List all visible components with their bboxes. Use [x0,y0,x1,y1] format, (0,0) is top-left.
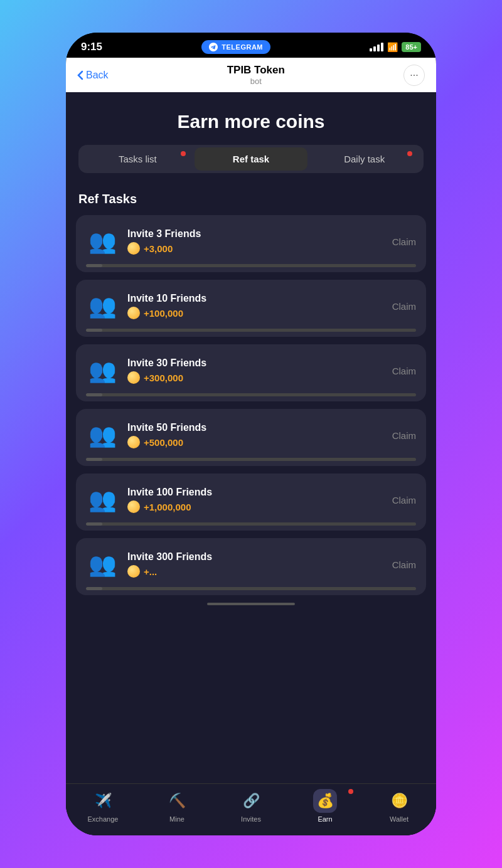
status-bar: 9:15 TELEGRAM 📶 85+ [66,33,436,58]
task-card-invite-3: 👥 Invite 3 Friends +3,000 Claim [76,215,426,272]
claim-button-invite-100[interactable]: Claim [392,495,416,505]
wallet-icon-wrap: 🪙 [387,789,411,813]
bottom-tab-mine[interactable]: ⛏️ Mine [140,789,214,823]
task-card-invite-10: 👥 Invite 10 Friends +100,000 Claim [76,280,426,337]
scroll-container[interactable]: Earn more coins Tasks list Ref task Dail… [66,92,436,835]
nav-subtitle: bot [227,77,285,86]
progress-fill-invite-50 [86,458,102,461]
task-name-invite-30: Invite 30 Friends [127,357,383,369]
exchange-icon-wrap: ✈️ [91,789,115,813]
invites-icon: 🔗 [243,793,260,809]
task-name-invite-100: Invite 100 Friends [127,487,383,498]
friends-group-icon-4: 👥 [88,422,117,448]
back-button[interactable]: Back [77,70,109,81]
task-info-invite-10: Invite 10 Friends +100,000 [127,293,383,319]
coin-icon [127,242,140,255]
claim-button-invite-3[interactable]: Claim [392,236,416,247]
hero-title: Earn more coins [66,92,436,145]
task-icon-invite-3: 👥 [86,225,119,258]
status-right: 📶 85+ [370,42,421,52]
task-icon-invite-10: 👥 [86,290,119,322]
task-reward-invite-30: +300,000 [127,371,383,384]
phone-frame: 9:15 TELEGRAM 📶 85+ Back TPI [66,33,436,835]
task-info-invite-100: Invite 100 Friends +1,000,000 [127,487,383,513]
bottom-tab-earn[interactable]: 💰 Earn [288,789,362,823]
progress-bar-invite-30 [86,393,416,396]
exchange-icon: ✈️ [95,793,112,809]
reward-amount-invite-10: +100,000 [144,308,183,319]
progress-fill-invite-3 [86,264,102,267]
tab-ref-task[interactable]: Ref task [195,147,308,171]
signal-bar-2 [373,46,376,51]
progress-fill-invite-300 [86,587,102,590]
back-chevron-icon [77,70,83,80]
task-info-invite-300: Invite 300 Friends +... [127,551,383,578]
friends-group-icon-3: 👥 [88,357,117,384]
coin-icon-5 [127,500,140,513]
task-icon-invite-30: 👥 [86,354,119,387]
bottom-tab-wallet[interactable]: 🪙 Wallet [362,789,436,823]
daily-task-dot [407,151,412,156]
telegram-icon [209,43,218,51]
battery-indicator: 85+ [402,42,421,52]
bottom-tab-invites[interactable]: 🔗 Invites [214,789,288,823]
tasks-list-dot [181,151,186,156]
task-icon-invite-300: 👥 [86,548,119,581]
task-reward-invite-300: +... [127,565,383,578]
friends-group-icon: 👥 [88,228,117,255]
app-content: Earn more coins Tasks list Ref task Dail… [66,92,436,835]
coin-icon-2 [127,307,140,319]
reward-amount-invite-100: +1,000,000 [144,502,191,512]
mine-label: Mine [169,815,184,823]
task-card-invite-50: 👥 Invite 50 Friends +500,000 Claim [76,409,426,466]
friends-group-icon-5: 👥 [88,487,117,513]
progress-bar-invite-3 [86,264,416,267]
task-icon-invite-100: 👥 [86,484,119,516]
tab-switcher: Tasks list Ref task Daily task [78,145,424,173]
tab-daily-task[interactable]: Daily task [307,147,421,171]
more-icon: ··· [410,70,418,81]
coin-icon-4 [127,436,140,448]
task-name-invite-10: Invite 10 Friends [127,293,383,304]
progress-fill-invite-100 [86,522,102,526]
claim-button-invite-10[interactable]: Claim [392,301,416,312]
progress-fill-invite-30 [86,393,102,396]
task-reward-invite-10: +100,000 [127,307,383,319]
claim-button-invite-30[interactable]: Claim [392,366,416,376]
friends-group-icon-2: 👥 [88,293,117,319]
wallet-icon: 🪙 [391,793,408,809]
bottom-tab-exchange[interactable]: ✈️ Exchange [66,789,140,823]
signal-bars [370,43,383,51]
claim-button-invite-300[interactable]: Claim [392,559,416,570]
task-info-invite-3: Invite 3 Friends +3,000 [127,228,383,255]
task-name-invite-3: Invite 3 Friends [127,228,383,240]
claim-button-invite-50[interactable]: Claim [392,430,416,441]
reward-amount-invite-300: +... [144,566,157,577]
reward-amount-invite-30: +300,000 [144,373,183,383]
coin-icon-3 [127,371,140,384]
task-reward-invite-3: +3,000 [127,242,383,255]
mine-icon-wrap: ⛏️ [165,789,189,813]
signal-bar-4 [381,43,383,51]
back-label: Back [86,70,109,81]
task-name-invite-300: Invite 300 Friends [127,551,383,563]
invites-icon-wrap: 🔗 [239,789,263,813]
section-title: Ref Tasks [66,186,436,215]
earn-icon: 💰 [317,793,334,809]
tab-tasks-list[interactable]: Tasks list [81,147,195,171]
status-time: 9:15 [81,41,102,53]
task-reward-invite-50: +500,000 [127,436,383,448]
task-reward-invite-100: +1,000,000 [127,500,383,513]
wallet-label: Wallet [390,815,409,823]
scroll-indicator [207,603,295,605]
task-card-invite-30: 👥 Invite 30 Friends +300,000 Claim [76,344,426,401]
nav-bar: Back TPIB Token bot ··· [66,58,436,92]
wifi-icon: 📶 [387,42,398,52]
reward-amount-invite-3: +3,000 [144,243,173,254]
earn-dot [348,789,353,794]
more-button[interactable]: ··· [403,65,425,86]
task-name-invite-50: Invite 50 Friends [127,422,383,433]
earn-label: Earn [318,815,332,823]
task-card-invite-100: 👥 Invite 100 Friends +1,000,000 Claim [76,474,426,531]
nav-title: TPIB Token [227,64,285,77]
